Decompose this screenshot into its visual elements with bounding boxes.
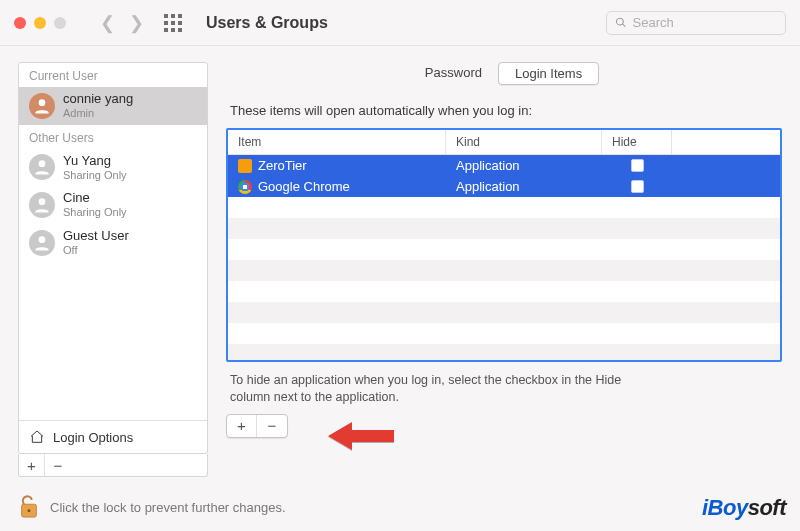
window-title: Users & Groups — [206, 14, 328, 32]
lock-hint-text: Click the lock to prevent further change… — [50, 500, 286, 515]
user-row[interactable]: Guest User Off — [19, 224, 207, 262]
item-kind: Application — [456, 158, 520, 173]
avatar — [29, 230, 55, 256]
app-icon — [238, 180, 252, 194]
user-row-current[interactable]: connie yang Admin — [19, 87, 207, 125]
remove-user-button[interactable]: − — [45, 454, 71, 476]
avatar — [29, 93, 55, 119]
login-options-button[interactable]: Login Options — [19, 420, 207, 453]
item-name: ZeroTier — [258, 158, 307, 173]
col-header-item[interactable]: Item — [228, 130, 446, 154]
forward-button[interactable]: ❯ — [129, 12, 144, 34]
user-name: connie yang — [63, 92, 133, 107]
footer: Click the lock to prevent further change… — [0, 483, 800, 531]
main-panel: Password Login Items These items will op… — [226, 62, 782, 477]
svg-point-3 — [39, 236, 46, 243]
item-kind: Application — [456, 179, 520, 194]
window-controls — [14, 17, 66, 29]
show-all-prefs-button[interactable] — [164, 14, 182, 32]
search-icon — [615, 16, 627, 29]
watermark: iBoysoft — [702, 495, 786, 521]
home-icon — [29, 429, 45, 445]
add-user-button[interactable]: + — [19, 454, 45, 476]
avatar — [29, 192, 55, 218]
hide-checkbox[interactable] — [631, 159, 644, 172]
svg-point-5 — [28, 509, 31, 512]
hide-hint-text: To hide an application when you log in, … — [230, 372, 660, 406]
svg-point-0 — [39, 99, 46, 106]
window: ❮ ❯ Users & Groups Current User conn — [0, 0, 800, 531]
user-name: Cine — [63, 191, 127, 206]
minimize-window-button[interactable] — [34, 17, 46, 29]
login-items-add-remove: + − — [226, 414, 288, 438]
zoom-window-button[interactable] — [54, 17, 66, 29]
user-role: Sharing Only — [63, 169, 127, 182]
table-header: Item Kind Hide — [228, 130, 780, 155]
close-window-button[interactable] — [14, 17, 26, 29]
search-field[interactable] — [606, 11, 786, 35]
tab-bar: Password Login Items — [226, 62, 782, 85]
svg-point-1 — [39, 161, 46, 168]
svg-point-2 — [39, 198, 46, 205]
table-row[interactable]: ZeroTier Application — [228, 155, 780, 176]
col-header-hide[interactable]: Hide — [602, 130, 672, 154]
app-icon — [238, 159, 252, 173]
table-row[interactable]: Google Chrome Application — [228, 176, 780, 197]
hide-checkbox[interactable] — [631, 180, 644, 193]
col-header-kind[interactable]: Kind — [446, 130, 602, 154]
login-items-table: Item Kind Hide ZeroTier Application — [226, 128, 782, 362]
user-row[interactable]: Cine Sharing Only — [19, 186, 207, 224]
sidebar: Current User connie yang Admin Other Use… — [18, 62, 208, 477]
toolbar: ❮ ❯ Users & Groups — [0, 0, 800, 46]
lock-icon[interactable] — [18, 493, 40, 521]
sidebar-section-current: Current User — [19, 63, 207, 87]
user-row[interactable]: Yu Yang Sharing Only — [19, 149, 207, 187]
user-role: Off — [63, 244, 129, 257]
user-role: Sharing Only — [63, 206, 127, 219]
search-input[interactable] — [633, 15, 777, 30]
item-name: Google Chrome — [258, 179, 350, 194]
sidebar-section-other: Other Users — [19, 125, 207, 149]
table-body: ZeroTier Application Google Chrome Appli… — [228, 155, 780, 360]
tab-password[interactable]: Password — [409, 62, 498, 85]
user-role: Admin — [63, 107, 133, 120]
tab-login-items[interactable]: Login Items — [498, 62, 599, 85]
content-area: Current User connie yang Admin Other Use… — [0, 46, 800, 483]
add-login-item-button[interactable]: + — [227, 415, 257, 437]
user-name: Yu Yang — [63, 154, 127, 169]
sidebar-add-remove-bar: + − — [18, 454, 208, 477]
login-options-label: Login Options — [53, 430, 133, 445]
back-button[interactable]: ❮ — [100, 12, 115, 34]
remove-login-item-button[interactable]: − — [257, 415, 287, 437]
login-items-description: These items will open automatically when… — [230, 103, 782, 118]
nav-arrows: ❮ ❯ — [100, 12, 144, 34]
user-name: Guest User — [63, 229, 129, 244]
avatar — [29, 154, 55, 180]
